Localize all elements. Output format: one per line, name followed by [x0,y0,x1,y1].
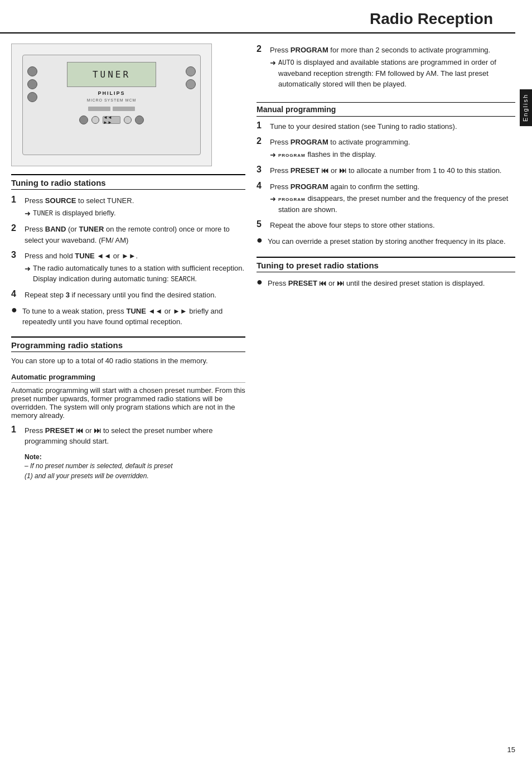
auto-programming-header: Automatic programming [11,371,245,383]
note-block: Note: – If no preset number is selected,… [25,453,245,481]
device-image: TUNER PHILIPS MICRO SYSTEM MCM ◄◄ ►► [11,44,212,166]
page-number: 15 [507,745,515,754]
tuning-step-2: 2 Press BAND (or TUNER on the remote con… [11,223,245,247]
left-column: TUNER PHILIPS MICRO SYSTEM MCM ◄◄ ►► [11,33,245,481]
tuning-step-4: 4 Repeat step 3 if necessary until you f… [11,288,245,302]
manual-step-1: 1 Tune to your desired station (see Tuni… [257,120,515,133]
programming-intro: You can store up to a total of 40 radio … [11,357,245,365]
auto-step-2: 2 Press PROGRAM for more than 2 seconds … [257,44,515,91]
manual-bullet: ● You can override a preset station by s… [257,235,515,248]
auto-programming-text: Automatic programming will start with a … [11,386,245,420]
manual-programming-header: Manual programming [257,102,515,117]
manual-step-4: 4 Press PROGRAM again to confirm the set… [257,180,515,216]
tuning-bullet: ● To tune to a weak station, press TUNE … [11,305,245,329]
language-tab: English [520,89,532,126]
tuning-step-3: 3 Press and hold TUNE ◄◄ or ►►. ➜ The ra… [11,249,245,286]
tuning-step-1: 1 Press SOURCE to select TUNER. ➜ TUNER … [11,194,245,220]
manual-step-3: 3 Press PRESET ⏮ or ⏭ to allocate a numb… [257,164,515,177]
tuning-preset-header: Tuning to preset radio stations [257,257,515,272]
right-column: 2 Press PROGRAM for more than 2 seconds … [257,33,515,481]
programming-section-header: Programming radio stations [11,336,245,352]
manual-step-5: 5 Repeat the above four steps to store o… [257,219,515,232]
tuning-preset-bullet: ● Press PRESET ⏮ or ⏭ until the desired … [257,277,515,290]
manual-step-2: 2 Press PROGRAM to activate programming.… [257,136,515,161]
auto-step-1: 1 Press PRESET ⏮ or ⏭ to select the pres… [11,424,245,448]
page-title: Radio Reception [0,0,515,33]
tuning-section-header: Tuning to radio stations [11,174,245,190]
